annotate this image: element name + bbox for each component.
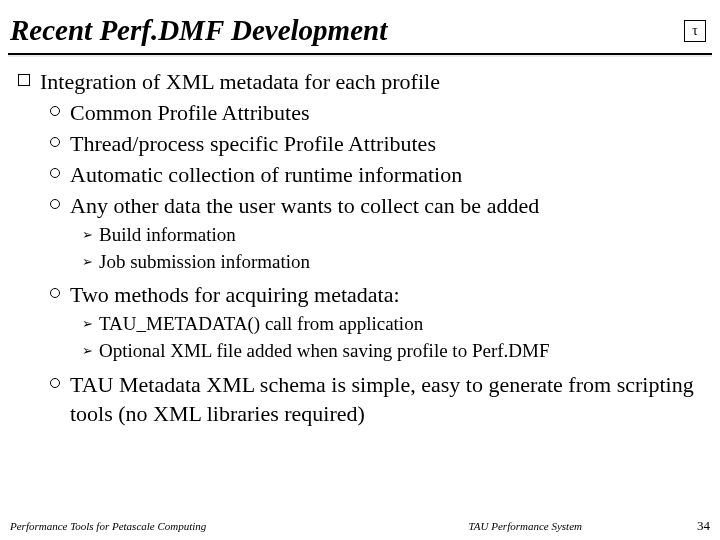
bullet-d: Any other data the user wants to collect… [50,191,708,220]
bullet-e-text: Two methods for acquiring metadata: [70,280,400,309]
slide-title: Recent Perf.DMF Development [10,14,684,47]
bullet-d1-text: Build information [99,222,236,247]
bullet-a-text: Common Profile Attributes [70,98,310,127]
circle-bullet-icon [50,288,60,298]
bullet-f: TAU Metadata XML schema is simple, easy … [50,370,708,428]
slide: Recent Perf.DMF Development τ Integratio… [0,0,720,540]
bullet-d2-text: Job submission information [99,249,310,274]
tau-glyph: τ [692,23,698,39]
bullet-e: Two methods for acquiring metadata: [50,280,708,309]
footer: Performance Tools for Petascale Computin… [0,518,720,534]
square-bullet-icon [18,74,30,86]
bullet-c-text: Automatic collection of runtime informat… [70,160,462,189]
footer-left: Performance Tools for Petascale Computin… [10,520,354,532]
arrow-bullet-icon: ➢ [82,315,93,332]
bullet-e2-text: Optional XML file added when saving prof… [99,338,549,363]
bullet-f-text: TAU Metadata XML schema is simple, easy … [70,370,708,428]
bullet-a: Common Profile Attributes [50,98,708,127]
bullet-b: Thread/process specific Profile Attribut… [50,129,708,158]
footer-center: TAU Performance System [354,520,698,532]
bullet-d-text: Any other data the user wants to collect… [70,191,539,220]
circle-bullet-icon [50,378,60,388]
bullet-d2: ➢ Job submission information [82,249,708,274]
bullet-main-text: Integration of XML metadata for each pro… [40,67,440,96]
arrow-bullet-icon: ➢ [82,226,93,243]
circle-bullet-icon [50,137,60,147]
slide-body: Integration of XML metadata for each pro… [8,55,712,428]
page-number: 34 [697,518,710,534]
bullet-e2: ➢ Optional XML file added when saving pr… [82,338,708,363]
circle-bullet-icon [50,168,60,178]
bullet-b-text: Thread/process specific Profile Attribut… [70,129,436,158]
bullet-c: Automatic collection of runtime informat… [50,160,708,189]
tau-logo-icon: τ [684,20,706,42]
bullet-e1: ➢ TAU_METADATA() call from application [82,311,708,336]
bullet-e1-text: TAU_METADATA() call from application [99,311,423,336]
arrow-bullet-icon: ➢ [82,253,93,270]
arrow-bullet-icon: ➢ [82,342,93,359]
circle-bullet-icon [50,199,60,209]
bullet-main: Integration of XML metadata for each pro… [18,67,708,96]
title-bar: Recent Perf.DMF Development τ [8,8,712,55]
circle-bullet-icon [50,106,60,116]
bullet-d1: ➢ Build information [82,222,708,247]
